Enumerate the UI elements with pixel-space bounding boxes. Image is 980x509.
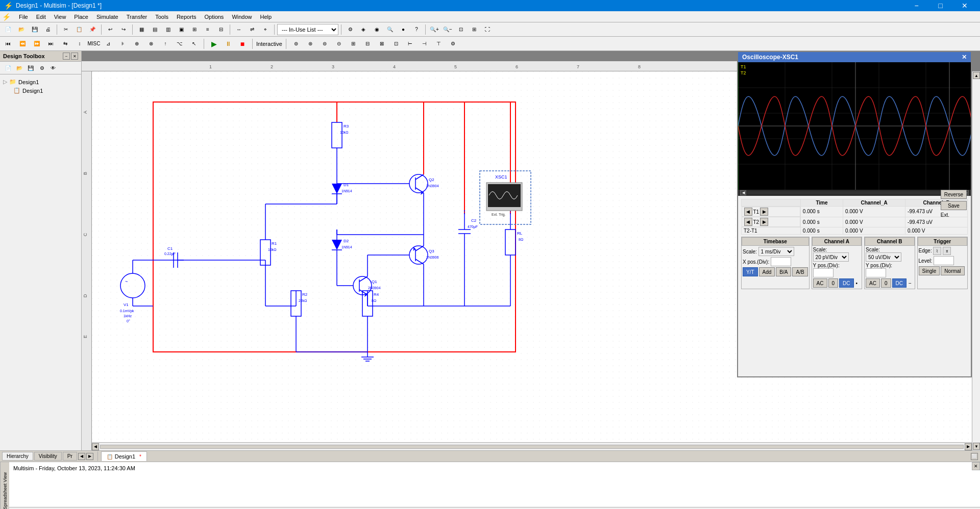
tool1[interactable]: ▦: [135, 24, 148, 35]
step-fwd[interactable]: ⏩: [31, 38, 43, 49]
menu-window[interactable]: Window: [228, 11, 256, 22]
channelA-scale-select[interactable]: 20 pV/Div: [813, 252, 849, 262]
instrument10[interactable]: ⊣: [419, 38, 431, 49]
tree-save[interactable]: 💾: [26, 63, 36, 72]
instrument5[interactable]: ⊞: [347, 38, 359, 49]
tool5[interactable]: ⊞: [188, 24, 201, 35]
t1-right[interactable]: ▶: [760, 208, 768, 216]
osc-close-icon[interactable]: ✕: [962, 54, 967, 61]
channelB-dc-button[interactable]: DC: [892, 278, 906, 288]
osc-h-scrollbar[interactable]: ◀ ▶: [738, 190, 971, 196]
close-button[interactable]: ✕: [953, 0, 976, 11]
tree-design1-folder[interactable]: ▷ 📁 Design1: [3, 78, 78, 86]
v-scrollbar[interactable]: ▲ ▼: [972, 71, 980, 450]
menu-reports[interactable]: Reports: [173, 11, 201, 22]
sim-tool1[interactable]: ⚙: [344, 24, 356, 35]
osc-scroll-left[interactable]: ◀: [740, 190, 746, 195]
tool10[interactable]: ⌖: [259, 24, 272, 35]
trigger-edge-rising[interactable]: ⌇: [933, 247, 941, 255]
run-back[interactable]: ⏮: [2, 38, 14, 49]
channelA-ac-button[interactable]: AC: [813, 278, 827, 288]
maximize-button[interactable]: □: [929, 0, 952, 11]
step-back[interactable]: ⏪: [16, 38, 29, 49]
hierarchy-tab[interactable]: Hierarchy: [2, 452, 33, 461]
copy-button[interactable]: 📋: [73, 24, 85, 35]
normal-button[interactable]: Normal: [941, 266, 964, 275]
tool9[interactable]: ⇌: [246, 24, 258, 35]
tab-next-btn[interactable]: ▶: [86, 453, 93, 460]
redo-button[interactable]: ↪: [117, 24, 130, 35]
misc[interactable]: MISC: [88, 38, 100, 49]
zoom-wire[interactable]: ⇆: [59, 38, 71, 49]
panel-pin-button[interactable]: −: [63, 53, 70, 60]
save-osc-button[interactable]: Save: [941, 201, 967, 210]
place-junction[interactable]: ⊕: [131, 38, 143, 49]
play-button[interactable]: ▶: [208, 38, 220, 49]
instrument3[interactable]: ⊜: [318, 38, 331, 49]
menu-simulate[interactable]: Simulate: [92, 11, 122, 22]
t2-right[interactable]: ▶: [760, 218, 768, 226]
minimize-button[interactable]: −: [905, 0, 928, 11]
place-probe[interactable]: ⊿: [102, 38, 114, 49]
open-button[interactable]: 📂: [15, 24, 28, 35]
tool8[interactable]: ↔: [233, 24, 245, 35]
channelB-ypos-input[interactable]: 0: [866, 268, 886, 277]
scroll-down-btn[interactable]: ▼: [973, 443, 980, 450]
zoom-in[interactable]: 🔍+: [428, 24, 440, 35]
instrument4[interactable]: ⊝: [333, 38, 345, 49]
bus-vector[interactable]: ⊧: [116, 38, 129, 49]
cut-button[interactable]: ✂: [60, 24, 72, 35]
menu-place[interactable]: Place: [70, 11, 92, 22]
place-power[interactable]: ↑: [159, 38, 172, 49]
sim-tool4[interactable]: 🔍: [384, 24, 396, 35]
channelB-scale-select[interactable]: 50 uV/Div: [866, 252, 901, 262]
panel-close-button[interactable]: ✕: [71, 53, 78, 60]
tree-view[interactable]: 👁: [48, 63, 58, 72]
add-button[interactable]: Add: [759, 267, 775, 276]
in-use-list[interactable]: --- In-Use List ---: [277, 24, 338, 35]
design1-tab[interactable]: 📋 Design1 *: [101, 451, 147, 461]
place-wire[interactable]: ↕: [74, 38, 86, 49]
timebase-scale-select[interactable]: 1 ms/Div: [758, 247, 794, 256]
ab-button[interactable]: A/B: [792, 267, 807, 276]
run-fwd[interactable]: ⏭: [45, 38, 57, 49]
menu-file[interactable]: File: [15, 11, 32, 22]
tool6[interactable]: ≡: [202, 24, 214, 35]
instrument2[interactable]: ⊛: [304, 38, 316, 49]
menu-view[interactable]: View: [50, 11, 70, 22]
tree-new[interactable]: 📄: [3, 63, 13, 72]
instrument11[interactable]: ⊤: [433, 38, 445, 49]
yt-button[interactable]: Y/T: [743, 267, 758, 276]
print-button[interactable]: 🖨: [42, 24, 54, 35]
timebase-xpos-input[interactable]: 0: [771, 257, 791, 266]
tree-design1-item[interactable]: 📋 Design1: [3, 86, 78, 95]
pause-button[interactable]: ⏸: [222, 38, 234, 49]
trigger-level-input[interactable]: 0: [934, 256, 954, 265]
tool7[interactable]: ⊟: [215, 24, 227, 35]
channelA-dc-button[interactable]: DC: [839, 278, 853, 288]
visibility-tab[interactable]: Visibility: [34, 452, 62, 461]
spreadsheet-view-label[interactable]: Spreadsheet View: [0, 462, 9, 509]
stop-button[interactable]: ■: [236, 38, 249, 49]
cursor-tool[interactable]: ↖: [188, 38, 200, 49]
channelB-ac-button[interactable]: AC: [866, 278, 880, 288]
tool2[interactable]: ▤: [149, 24, 161, 35]
connect[interactable]: ⌥: [174, 38, 186, 49]
channelA-ypos-input[interactable]: 0: [813, 268, 834, 277]
fullscreen[interactable]: ⛶: [481, 24, 494, 35]
instrument1[interactable]: ⊚: [290, 38, 302, 49]
tool3[interactable]: ▥: [162, 24, 174, 35]
message-close-btn[interactable]: ✕: [972, 462, 980, 470]
tool4[interactable]: ▣: [175, 24, 187, 35]
instrument6[interactable]: ⊟: [361, 38, 374, 49]
scroll-left-btn[interactable]: ◀: [92, 443, 99, 450]
ba-button[interactable]: B/A: [776, 267, 791, 276]
sim-tool6[interactable]: ?: [410, 24, 423, 35]
tab-prev-btn[interactable]: ◀: [78, 453, 85, 460]
menu-transfer[interactable]: Transfer: [122, 11, 152, 22]
save-button[interactable]: 💾: [29, 24, 41, 35]
zoom-area[interactable]: ⊞: [468, 24, 480, 35]
sim-tool2[interactable]: ◈: [357, 24, 370, 35]
channelB-zero-button[interactable]: 0: [881, 278, 891, 288]
properties-tab[interactable]: Pr: [63, 452, 77, 461]
